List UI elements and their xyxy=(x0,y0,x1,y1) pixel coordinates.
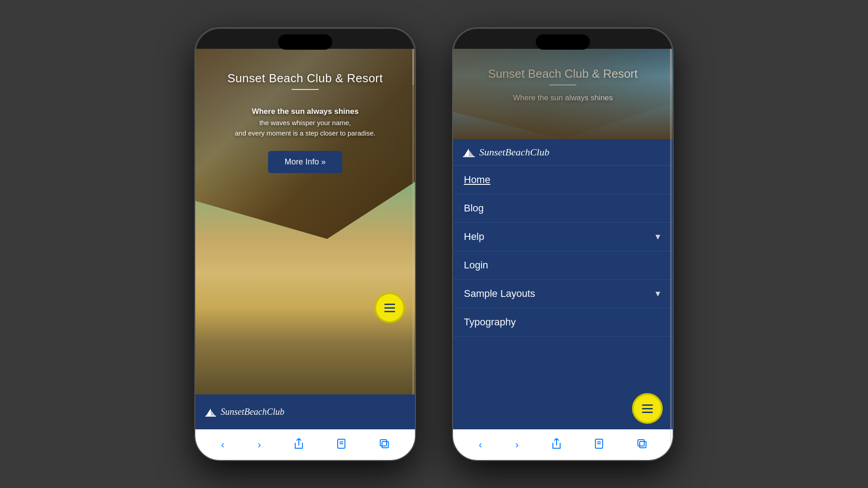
svg-marker-8 xyxy=(464,148,469,156)
share-button-right[interactable] xyxy=(552,438,561,452)
hamburger-button-left[interactable] xyxy=(374,292,405,323)
scrollbar-track-left[interactable] xyxy=(412,49,414,394)
tabs-button-left[interactable] xyxy=(379,439,389,451)
forward-button-right[interactable]: › xyxy=(515,439,519,451)
dynamic-island xyxy=(278,34,332,50)
scrollbar-thumb-left xyxy=(412,49,414,85)
bottom-bar-left: SunsetBeachClub ‹ › xyxy=(195,394,415,460)
svg-rect-6 xyxy=(380,440,387,446)
hamburger-button-right[interactable] xyxy=(632,393,663,424)
beach-content: Sunset Beach Club & Resort Where the sun… xyxy=(195,49,415,394)
menu-panel: SunsetBeachClub Home Blog Help ▼ xyxy=(453,139,673,429)
help-dropdown-arrow: ▼ xyxy=(654,232,662,242)
title-divider xyxy=(292,89,319,90)
sample-layouts-dropdown-arrow: ▼ xyxy=(654,289,662,299)
back-button-left[interactable]: ‹ xyxy=(221,439,224,451)
menu-logo-text: SunsetBeachClub xyxy=(479,146,549,158)
tagline-bold: Where the sun always shines xyxy=(252,107,359,116)
tabs-button-right[interactable] xyxy=(637,439,647,451)
menu-item-blog[interactable]: Blog xyxy=(453,194,673,223)
sailboat-icon-left xyxy=(204,408,217,417)
back-button-right[interactable]: ‹ xyxy=(479,439,482,451)
tagline-line2: the waves whisper your name, and every m… xyxy=(235,118,376,138)
beach-title: Sunset Beach Club & Resort xyxy=(227,71,383,85)
menu-item-sample-layouts[interactable]: Sample Layouts ▼ xyxy=(453,280,673,308)
more-info-button[interactable]: More Info » xyxy=(268,151,342,173)
menu-thatch-overlay xyxy=(453,49,673,139)
beach-background: Sunset Beach Club & Resort Where the sun… xyxy=(195,49,415,394)
forward-button-left[interactable]: › xyxy=(258,439,261,451)
menu-screen: Sunset Beach Club & Resort Where the sun… xyxy=(453,49,673,460)
dynamic-island-right xyxy=(536,34,590,50)
svg-rect-7 xyxy=(382,441,388,448)
hamburger-icon-left xyxy=(384,304,395,312)
logo-area-left: SunsetBeachClub xyxy=(195,394,415,429)
bookmarks-button-left[interactable] xyxy=(337,438,346,452)
svg-marker-1 xyxy=(211,410,215,416)
menu-item-help[interactable]: Help ▼ xyxy=(453,223,673,251)
svg-marker-0 xyxy=(206,408,211,416)
hamburger-icon-right xyxy=(642,404,653,413)
sailboat-icon-right xyxy=(462,147,476,157)
screen-left: Sunset Beach Club & Resort Where the sun… xyxy=(195,49,415,394)
menu-hero: Sunset Beach Club & Resort Where the sun… xyxy=(453,49,673,139)
menu-item-typography[interactable]: Typography xyxy=(453,308,673,337)
navigation-menu: Home Blog Help ▼ Login Sample Layouts ▼ xyxy=(453,166,673,429)
menu-item-home[interactable]: Home xyxy=(453,166,673,194)
browser-bar-left: ‹ › xyxy=(195,429,415,460)
right-phone: Sunset Beach Club & Resort Where the sun… xyxy=(452,27,674,461)
svg-rect-15 xyxy=(640,441,646,448)
browser-bar-right: ‹ › xyxy=(453,429,673,460)
left-phone: Sunset Beach Club & Resort Where the sun… xyxy=(194,27,416,461)
svg-marker-9 xyxy=(469,150,474,156)
scrollbar-thumb-right xyxy=(670,49,672,85)
svg-rect-14 xyxy=(638,440,644,446)
scrollbar-track-right[interactable] xyxy=(670,49,672,460)
bookmarks-button-right[interactable] xyxy=(594,438,604,452)
menu-logo-row: SunsetBeachClub xyxy=(453,139,673,166)
logo-text-left: SunsetBeachClub xyxy=(221,407,284,417)
share-button-left[interactable] xyxy=(294,438,303,452)
screen-right: Sunset Beach Club & Resort Where the sun… xyxy=(453,49,673,460)
menu-item-login[interactable]: Login xyxy=(453,251,673,280)
